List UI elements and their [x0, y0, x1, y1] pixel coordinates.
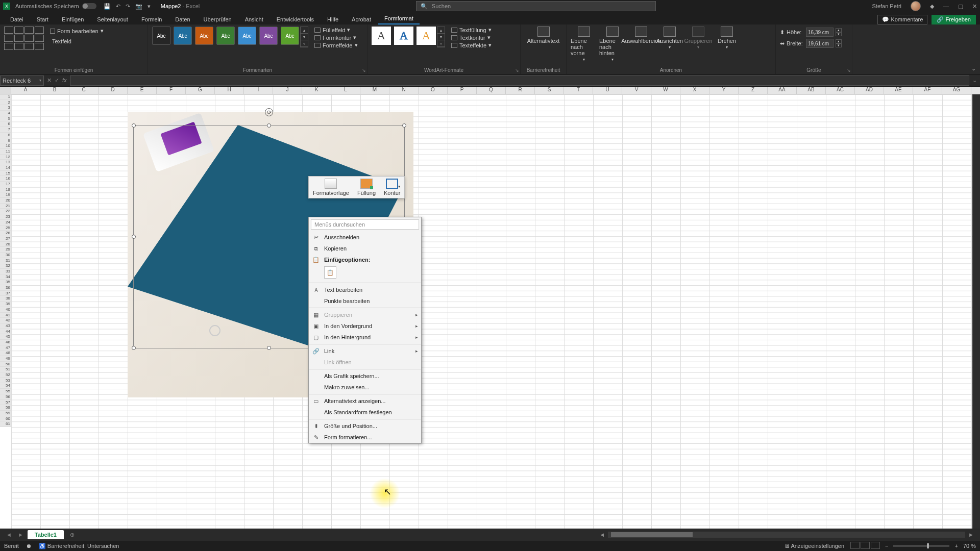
- redo-icon[interactable]: ↷: [126, 3, 130, 10]
- row-header[interactable]: 15: [0, 171, 11, 177]
- row-header[interactable]: 43: [0, 323, 11, 329]
- row-header[interactable]: 11: [0, 149, 11, 155]
- minimize-icon[interactable]: —: [943, 3, 949, 9]
- row-header[interactable]: 36: [0, 285, 11, 291]
- undo-icon[interactable]: ↶: [116, 3, 120, 10]
- column-header[interactable]: AC: [826, 87, 855, 94]
- zoom-slider[interactable]: [893, 545, 949, 547]
- row-header[interactable]: 60: [0, 416, 11, 422]
- paste-option-button[interactable]: 📋: [324, 266, 336, 279]
- ctx-set-default[interactable]: Als Standardform festlegen: [309, 407, 421, 418]
- row-header[interactable]: 57: [0, 400, 11, 406]
- row-header[interactable]: 26: [0, 231, 11, 236]
- style-swatch[interactable]: Abc: [238, 27, 256, 45]
- column-header[interactable]: A: [11, 87, 40, 94]
- resize-handle-n[interactable]: [267, 123, 271, 128]
- row-header[interactable]: 58: [0, 405, 11, 411]
- horizontal-scrollbar[interactable]: [608, 532, 965, 538]
- formula-input[interactable]: [70, 76, 969, 86]
- row-header[interactable]: 17: [0, 182, 11, 187]
- accessibility-status[interactable]: ♿ Barrierefreiheit: Untersuchen: [39, 543, 119, 549]
- row-header[interactable]: 21: [0, 204, 11, 209]
- row-header[interactable]: 56: [0, 394, 11, 400]
- row-header[interactable]: 13: [0, 160, 11, 165]
- style-swatch[interactable]: Abc: [174, 27, 192, 45]
- column-header[interactable]: X: [680, 87, 709, 94]
- row-header[interactable]: 53: [0, 378, 11, 384]
- column-header[interactable]: V: [622, 87, 651, 94]
- row-header[interactable]: 6: [0, 121, 11, 127]
- enter-formula-icon[interactable]: ✓: [55, 77, 59, 84]
- column-header[interactable]: S: [535, 87, 564, 94]
- search-input[interactable]: 🔍 Suchen: [416, 1, 656, 11]
- hscroll-left[interactable]: ◄: [597, 532, 607, 538]
- tab-daten[interactable]: Daten: [169, 14, 196, 24]
- tab-acrobat[interactable]: Acrobat: [346, 14, 377, 24]
- textbox-button[interactable]: Textfeld: [48, 37, 106, 45]
- height-spinner[interactable]: ▴▾: [836, 28, 842, 36]
- context-search-input[interactable]: Menüs durchsuchen: [311, 219, 419, 230]
- row-header[interactable]: 40: [0, 307, 11, 313]
- vertical-scrollbar[interactable]: [972, 94, 980, 529]
- tab-ueberpruefen[interactable]: Überprüfen: [198, 14, 238, 24]
- rotate-handle[interactable]: [265, 108, 273, 116]
- width-spinner[interactable]: ▴▾: [836, 39, 842, 47]
- dialog-launcher-icon[interactable]: ↘: [515, 68, 519, 73]
- display-settings-button[interactable]: 🖥 Anzeigeeinstellungen: [784, 543, 844, 549]
- expand-formula-icon[interactable]: ⌄: [969, 77, 980, 84]
- shape-outline-button[interactable]: Formkontur ▾: [314, 34, 358, 41]
- comments-button[interactable]: 💬 Kommentare: [877, 15, 927, 24]
- zoom-level[interactable]: 70 %: [963, 543, 976, 549]
- resize-handle-sw[interactable]: [132, 346, 136, 350]
- dialog-launcher-icon[interactable]: ↘: [847, 68, 851, 73]
- row-header[interactable]: 46: [0, 340, 11, 345]
- row-header[interactable]: 30: [0, 253, 11, 258]
- column-header[interactable]: L: [331, 87, 360, 94]
- height-input[interactable]: [806, 28, 834, 37]
- shape-gallery[interactable]: [4, 27, 44, 50]
- column-header[interactable]: AB: [797, 87, 826, 94]
- send-backward-button[interactable]: Ebene nach hinten▾: [599, 27, 626, 62]
- row-header[interactable]: 5: [0, 116, 11, 122]
- user-name[interactable]: Stefan Petri: [872, 3, 901, 9]
- wordart-gallery[interactable]: A A A: [372, 27, 436, 45]
- row-header[interactable]: 33: [0, 269, 11, 274]
- row-header[interactable]: 39: [0, 302, 11, 307]
- hscroll-right[interactable]: ►: [966, 532, 976, 538]
- row-header[interactable]: 55: [0, 389, 11, 394]
- row-header[interactable]: 34: [0, 274, 11, 280]
- row-header[interactable]: 20: [0, 198, 11, 204]
- selection-pane-button[interactable]: Auswahlbereich: [628, 27, 654, 44]
- alt-text-button[interactable]: Alternativtext: [525, 27, 562, 44]
- row-header[interactable]: 14: [0, 165, 11, 171]
- ctx-alt-text[interactable]: ▭Alternativtext anzeigen...: [309, 395, 421, 407]
- column-header[interactable]: K: [302, 87, 331, 94]
- ctx-send-back[interactable]: ▢In den Hintergrund▸: [309, 332, 421, 343]
- autosave-toggle[interactable]: [82, 3, 96, 9]
- text-outline-button[interactable]: Textkontur ▾: [451, 34, 492, 41]
- column-header[interactable]: AD: [855, 87, 884, 94]
- cancel-formula-icon[interactable]: ✕: [47, 77, 52, 84]
- style-swatch[interactable]: Abc: [216, 27, 235, 45]
- column-header[interactable]: Y: [709, 87, 739, 94]
- column-header[interactable]: Z: [739, 87, 768, 94]
- wordart-style[interactable]: A: [416, 27, 436, 45]
- collapse-ribbon-icon[interactable]: ⌄: [967, 63, 980, 74]
- tab-nav-prev[interactable]: ◄: [4, 532, 14, 538]
- row-header[interactable]: 54: [0, 383, 11, 389]
- row-header[interactable]: 25: [0, 226, 11, 231]
- mini-style-button[interactable]: Formatvorlage: [309, 177, 353, 198]
- column-header[interactable]: O: [419, 87, 448, 94]
- row-header[interactable]: 4: [0, 111, 11, 116]
- tab-nav-next[interactable]: ►: [16, 532, 26, 538]
- column-header[interactable]: N: [389, 87, 419, 94]
- row-header[interactable]: 2: [0, 100, 11, 106]
- close-icon[interactable]: ✕: [972, 3, 977, 10]
- ctx-bring-front[interactable]: ▣In den Vordergrund▸: [309, 320, 421, 332]
- style-swatch[interactable]: Abc: [195, 27, 213, 45]
- row-header[interactable]: 18: [0, 187, 11, 193]
- ctx-size-position[interactable]: ⬍Größe und Position...: [309, 420, 421, 432]
- ctx-edit-points[interactable]: Punkte bearbeiten: [309, 295, 421, 307]
- save-icon[interactable]: 💾: [104, 3, 111, 10]
- style-gallery-spinner[interactable]: ▴▾▿: [300, 27, 308, 47]
